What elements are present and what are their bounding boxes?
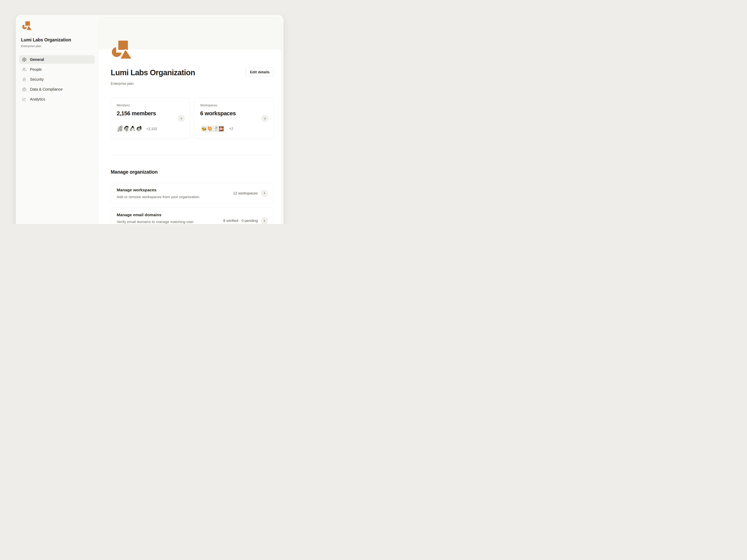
app-window: Lumi Labs Organization Enterprise plan G… <box>16 15 284 224</box>
manage-email-domains-row[interactable]: Manage email domains Verify email domain… <box>111 208 273 224</box>
row-right: 12 workspaces <box>233 190 268 197</box>
sidebar-item-label: Analytics <box>30 97 45 102</box>
sidebar-item-label: Data & Compliance <box>30 87 62 91</box>
briefcase-icon <box>22 87 26 91</box>
stat-cards: Members 2,156 members <box>111 98 274 139</box>
row-meta: 12 workspaces <box>233 191 258 195</box>
stat-value: 2,156 members <box>117 110 156 117</box>
sidebar-item-general[interactable]: General <box>19 55 95 64</box>
sidebar-nav: General People <box>19 55 95 105</box>
avatar-overflow-count: +2,152 <box>146 127 157 131</box>
org-logo-large <box>111 41 132 60</box>
row-title: Manage email domains <box>117 213 267 217</box>
sidebar-item-security[interactable]: Security <box>19 75 95 84</box>
members-card[interactable]: Members 2,156 members <box>111 98 190 139</box>
org-logo <box>22 21 32 31</box>
page-title: Lumi Labs Organization <box>111 69 195 77</box>
org-name: Lumi Labs Organization <box>21 37 71 43</box>
manage-rows: Manage workspaces Add or remove workspac… <box>111 183 273 224</box>
chevron-right-icon <box>263 219 266 222</box>
sidebar-item-label: General <box>30 57 44 62</box>
lock-icon <box>22 77 26 81</box>
workspace-emoji-tile: 🐝 <box>201 125 208 132</box>
workspaces-card[interactable]: Workspaces 6 workspaces 🐝 🐫 🤺 🎇 +2 <box>194 98 274 139</box>
members-chevron-button[interactable] <box>178 115 185 122</box>
chevron-right-icon <box>263 117 267 120</box>
people-icon <box>22 68 26 72</box>
manage-workspaces-row[interactable]: Manage workspaces Add or remove workspac… <box>111 183 273 204</box>
stat-label: Members <box>117 104 130 107</box>
workspaces-chevron-button[interactable] <box>261 115 268 122</box>
analytics-icon <box>22 97 26 101</box>
avatar-stack: +2,152 <box>117 125 157 133</box>
stat-value: 6 workspaces <box>200 110 236 117</box>
chevron-right-icon <box>180 117 183 120</box>
edit-details-button[interactable]: Edit details <box>246 68 274 76</box>
sidebar: Lumi Labs Organization Enterprise plan G… <box>16 15 98 224</box>
row-subtitle: Add or remove workspaces from your organ… <box>117 195 226 199</box>
row-right: 8 verified · 0 pending <box>223 217 268 224</box>
manage-workspaces-chevron-button[interactable] <box>261 190 268 197</box>
row-meta: 8 verified · 0 pending <box>223 218 258 223</box>
manage-organization-heading: Manage organization <box>111 169 158 175</box>
org-plan: Enterprise plan <box>21 44 41 48</box>
sidebar-item-analytics[interactable]: Analytics <box>19 95 95 103</box>
workspace-emoji-stack: 🐝 🐫 🤺 🎇 +2 <box>201 125 233 132</box>
main-panel: Lumi Labs Organization Edit details Ente… <box>98 17 281 224</box>
sidebar-item-label: Security <box>30 77 44 82</box>
stat-label: Workspaces <box>200 104 217 107</box>
sidebar-item-label: People <box>30 67 42 72</box>
section-divider <box>111 155 273 156</box>
workspace-overflow-count: +2 <box>229 127 233 131</box>
member-avatar <box>135 125 143 133</box>
row-subtitle: Verify email domains to manage matching … <box>117 220 226 224</box>
chevron-right-icon <box>263 191 266 195</box>
sidebar-item-data-compliance[interactable]: Data & Compliance <box>19 85 95 94</box>
manage-email-domains-chevron-button[interactable] <box>261 217 268 224</box>
gear-icon <box>22 58 26 62</box>
page-plan: Enterprise plan <box>111 82 134 86</box>
sidebar-item-people[interactable]: People <box>19 65 95 74</box>
